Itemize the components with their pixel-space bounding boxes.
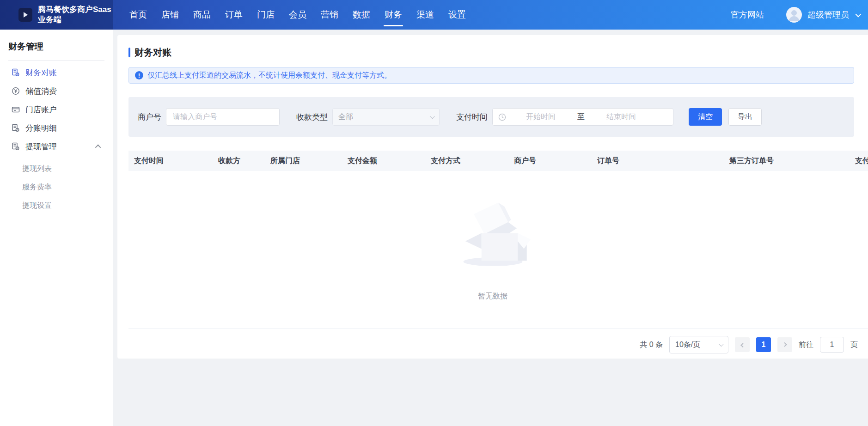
goto-page-input[interactable] xyxy=(820,337,844,353)
export-button[interactable]: 导出 xyxy=(728,108,762,126)
sidebar-title: 财务管理 xyxy=(0,38,113,60)
col-payee: 收款方 xyxy=(213,156,265,166)
empty-text: 暂无数据 xyxy=(478,292,507,301)
ledger-coin-icon xyxy=(11,142,20,151)
sidebar-item-label: 储值消费 xyxy=(25,86,57,97)
sidebar-item-store-account[interactable]: 门店账户 xyxy=(0,100,113,119)
sidebar-divider xyxy=(8,60,104,61)
app-title: 腾马餐饮多商户Saas业务端 xyxy=(38,5,113,25)
sidebar-item-label: 提现管理 xyxy=(25,141,57,152)
reconciliation-card: 财务对账 ! 仅汇总线上支付渠道的交易流水，不统计使用余额支付、现金支付等方式。… xyxy=(117,35,868,359)
nav-item-settings[interactable]: 设置 xyxy=(447,0,467,30)
payment-type-value: 全部 xyxy=(338,112,430,122)
col-order-id: 订单号 xyxy=(592,156,724,166)
avatar[interactable] xyxy=(786,7,802,23)
empty-box-illustration xyxy=(455,195,531,271)
sidebar-subitem-service-rate[interactable]: 服务费率 xyxy=(22,178,65,196)
info-icon: ! xyxy=(135,71,143,79)
nav-item-data[interactable]: 数据 xyxy=(352,0,371,30)
filter-bar: 商户号 收款类型 全部 支付时间 至 xyxy=(128,97,854,137)
logo-mark-icon xyxy=(24,12,28,18)
title-accent-bar xyxy=(128,48,130,57)
nav-item-marketing[interactable]: 营销 xyxy=(320,0,339,30)
page-number-current[interactable]: 1 xyxy=(756,337,771,352)
sidebar-item-label: 分账明细 xyxy=(25,123,57,134)
sidebar: 财务管理 财务对账 储值消费 门店账户 xyxy=(0,30,113,426)
app-logo xyxy=(18,8,32,22)
col-merchant-id: 商户号 xyxy=(508,156,592,166)
chevron-down-icon xyxy=(719,341,724,347)
col-pay-method: 支付方式 xyxy=(425,156,508,166)
user-icon xyxy=(786,7,802,23)
sidebar-item-label: 财务对账 xyxy=(25,67,57,78)
pay-time-range-picker[interactable]: 至 xyxy=(492,108,673,126)
ledger-coin-icon xyxy=(11,123,20,133)
sidebar-subitem-withdraw-settings[interactable]: 提现设置 xyxy=(22,196,65,215)
page-size-select[interactable]: 10条/页 xyxy=(669,336,728,353)
topbar-right: 官方网站 超级管理员 xyxy=(731,0,868,30)
col-amount: 支付金额 xyxy=(342,156,425,166)
table-header-row: 支付时间 收款方 所属门店 支付金额 支付方式 商户号 订单号 第三方订单号 支… xyxy=(128,151,868,171)
main-content: 财务对账 ! 仅汇总线上支付渠道的交易流水，不统计使用余额支付、现金支付等方式。… xyxy=(113,30,868,426)
app-root: 腾马餐饮多商户Saas业务端 首页 店铺 商品 订单 门店 会员 营销 数据 财… xyxy=(0,0,868,426)
start-time-input[interactable] xyxy=(506,113,575,121)
end-time-input[interactable] xyxy=(587,113,656,121)
goto-label: 前往 xyxy=(799,340,813,350)
chevron-right-icon xyxy=(782,342,787,347)
pagination: 共 0 条 10条/页 1 前往 页 xyxy=(128,329,868,359)
chevron-down-icon xyxy=(430,114,435,119)
wallet-icon xyxy=(11,105,20,114)
payment-type-label: 收款类型 xyxy=(296,112,328,122)
sidebar-item-label: 门店账户 xyxy=(25,104,57,115)
nav-item-finance[interactable]: 财务 xyxy=(384,0,403,30)
sidebar-item-withdraw-management[interactable]: 提现管理 xyxy=(0,137,113,156)
page-title-text: 财务对账 xyxy=(134,46,171,59)
clock-icon xyxy=(498,113,506,121)
col-third-party-order-id: 第三方订单号 xyxy=(724,156,850,166)
col-pay-clipped: 支付 xyxy=(850,156,868,166)
pay-time-label: 支付时间 xyxy=(456,112,488,122)
ledger-coin-icon xyxy=(11,68,20,77)
topbar: 腾马餐饮多商户Saas业务端 首页 店铺 商品 订单 门店 会员 营销 数据 财… xyxy=(0,0,868,30)
nav-item-product[interactable]: 商品 xyxy=(192,0,212,30)
page-title: 财务对账 xyxy=(128,46,868,59)
chevron-up-icon[interactable] xyxy=(95,144,101,150)
page-unit-label: 页 xyxy=(850,340,858,350)
chevron-left-icon xyxy=(740,343,745,347)
chevron-down-icon[interactable] xyxy=(856,11,862,17)
col-store: 所属门店 xyxy=(265,156,342,166)
logo-area: 腾马餐饮多商户Saas业务端 xyxy=(0,0,113,30)
merchant-id-label: 商户号 xyxy=(138,112,161,122)
nav-item-order[interactable]: 订单 xyxy=(224,0,244,30)
info-alert: ! 仅汇总线上支付渠道的交易流水，不统计使用余额支付、现金支付等方式。 xyxy=(128,67,854,84)
nav-item-home[interactable]: 首页 xyxy=(128,0,148,30)
sidebar-item-split-detail[interactable]: 分账明细 xyxy=(0,119,113,137)
merchant-id-input[interactable] xyxy=(166,108,280,126)
empty-state: 暂无数据 xyxy=(128,171,857,329)
prev-page-button[interactable] xyxy=(735,337,750,352)
sidebar-item-stored-value[interactable]: 储值消费 xyxy=(0,82,113,100)
nav-item-store[interactable]: 门店 xyxy=(256,0,275,30)
official-site-link[interactable]: 官方网站 xyxy=(731,9,764,20)
col-pay-time: 支付时间 xyxy=(128,156,213,166)
nav-item-member[interactable]: 会员 xyxy=(288,0,307,30)
alert-text: 仅汇总线上支付渠道的交易流水，不统计使用余额支付、现金支付等方式。 xyxy=(147,71,391,80)
withdraw-submenu: 提现列表 服务费率 提现设置 xyxy=(0,156,113,215)
sidebar-subitem-withdraw-list[interactable]: 提现列表 xyxy=(22,159,65,178)
nav-item-shop[interactable]: 店铺 xyxy=(160,0,180,30)
sidebar-item-reconciliation[interactable]: 财务对账 xyxy=(0,63,113,82)
clear-button[interactable]: 清空 xyxy=(689,108,722,126)
main-nav: 首页 店铺 商品 订单 门店 会员 营销 数据 财务 渠道 设置 xyxy=(113,0,467,30)
range-separator: 至 xyxy=(575,112,587,122)
total-count: 共 0 条 xyxy=(640,340,663,350)
yen-circle-icon xyxy=(11,86,20,96)
nav-item-channel[interactable]: 渠道 xyxy=(416,0,435,30)
user-name[interactable]: 超级管理员 xyxy=(807,9,849,20)
page-size-value: 10条/页 xyxy=(675,340,719,350)
payment-type-select[interactable]: 全部 xyxy=(332,108,440,126)
next-page-button[interactable] xyxy=(777,337,792,352)
